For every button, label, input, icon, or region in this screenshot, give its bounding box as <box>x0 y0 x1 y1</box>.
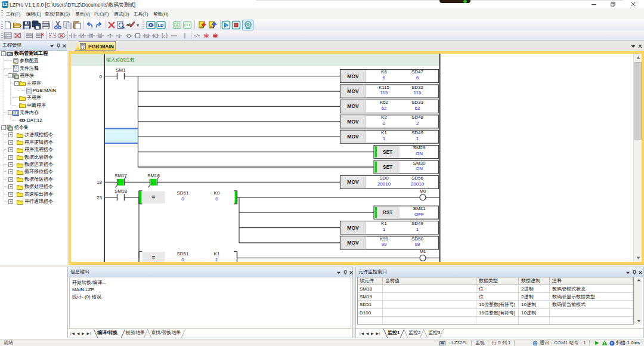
svg-text:K1: K1 <box>381 130 387 135</box>
svg-text:1: 1 <box>416 136 419 141</box>
svg-text:SD0: SD0 <box>379 175 389 181</box>
svg-text:SD56: SD56 <box>411 175 424 181</box>
svg-text:SM1: SM1 <box>116 67 126 73</box>
svg-text:LD: LD <box>158 23 165 28</box>
svg-text:K2: K2 <box>381 115 387 120</box>
svg-text:115: 115 <box>380 90 388 95</box>
svg-text:SD33: SD33 <box>411 100 424 105</box>
svg-text:SD51: SD51 <box>177 251 189 257</box>
svg-text:MOV: MOV <box>347 73 359 79</box>
svg-text:MOV: MOV <box>347 240 359 246</box>
svg-text:1: 1 <box>383 136 386 141</box>
svg-text:0: 0 <box>215 196 218 202</box>
svg-text:K99: K99 <box>380 236 389 242</box>
svg-text:18: 18 <box>97 180 102 185</box>
svg-text:K115: K115 <box>379 85 390 90</box>
svg-text:SM31: SM31 <box>413 206 426 211</box>
svg-text:SD49: SD49 <box>411 221 424 226</box>
svg-text:K1: K1 <box>381 221 387 226</box>
svg-text:OFF: OFF <box>414 212 424 217</box>
svg-text:M1: M1 <box>419 249 426 254</box>
svg-text:1: 1 <box>215 257 218 262</box>
svg-text:ON: ON <box>416 151 423 156</box>
svg-text:SET: SET <box>383 164 393 170</box>
svg-text:2: 2 <box>416 121 419 126</box>
svg-text:c: c <box>163 34 166 38</box>
svg-text:0: 0 <box>181 257 184 262</box>
svg-text:SM29: SM29 <box>413 145 426 150</box>
svg-text:0: 0 <box>181 196 184 202</box>
svg-text:SET: SET <box>383 149 393 155</box>
svg-text:MOV: MOV <box>347 134 359 140</box>
svg-text:1: 1 <box>416 227 419 232</box>
svg-text:SM17: SM17 <box>114 173 127 178</box>
svg-text:SD50: SD50 <box>411 236 424 242</box>
svg-text:MOV: MOV <box>347 179 359 185</box>
svg-text:K1: K1 <box>214 251 220 257</box>
svg-text:M0: M0 <box>419 189 426 194</box>
svg-text:99: 99 <box>415 242 420 247</box>
svg-text:S: S <box>145 33 148 39</box>
svg-text:SD49: SD49 <box>411 130 424 135</box>
svg-text:2: 2 <box>383 121 386 126</box>
svg-text:SM18: SM18 <box>114 189 127 194</box>
svg-text:MOV: MOV <box>347 88 359 94</box>
svg-text:20010: 20010 <box>377 181 391 187</box>
svg-text:SD51: SD51 <box>177 190 189 196</box>
svg-text:SM18: SM18 <box>147 173 160 178</box>
svg-text:99: 99 <box>382 242 387 247</box>
svg-text:ON: ON <box>416 166 423 171</box>
svg-text:=: = <box>152 194 156 200</box>
svg-text:1: 1 <box>383 227 386 232</box>
svg-text:MOV: MOV <box>347 103 359 109</box>
svg-text:SD47: SD47 <box>411 69 424 75</box>
svg-text:6: 6 <box>383 75 386 81</box>
svg-text:K6: K6 <box>381 69 387 75</box>
svg-text:SD32: SD32 <box>411 85 424 90</box>
svg-text:6: 6 <box>416 75 419 81</box>
svg-text:20010: 20010 <box>411 181 425 187</box>
svg-text:RST: RST <box>383 209 394 215</box>
svg-text:23: 23 <box>97 195 102 200</box>
svg-text:0: 0 <box>100 74 103 79</box>
svg-text:62: 62 <box>382 106 387 111</box>
svg-text:=: = <box>152 254 156 261</box>
svg-text:MOV: MOV <box>347 225 359 231</box>
svg-text:K0: K0 <box>214 190 220 196</box>
svg-text:MOV: MOV <box>347 119 359 125</box>
svg-text:K62: K62 <box>380 100 389 105</box>
svg-text:C: C <box>154 33 158 39</box>
svg-text:SD48: SD48 <box>411 115 424 120</box>
svg-text:SM30: SM30 <box>413 160 426 166</box>
svg-text:115: 115 <box>414 90 422 95</box>
svg-text:62: 62 <box>415 106 420 111</box>
